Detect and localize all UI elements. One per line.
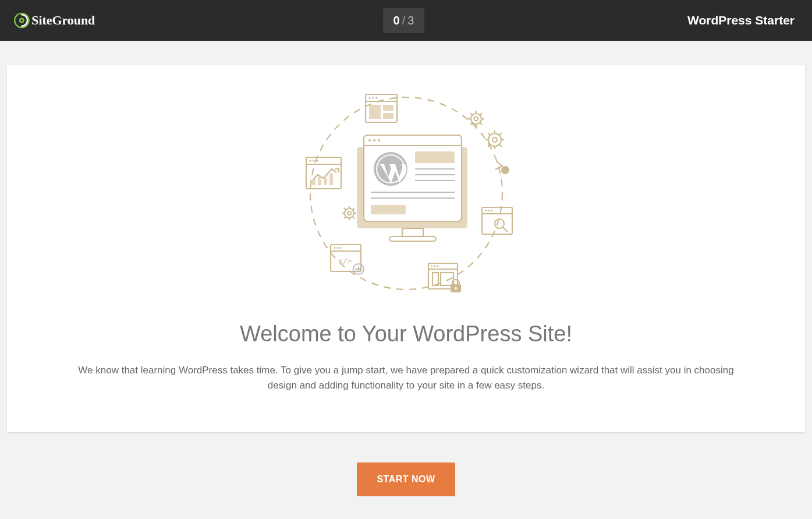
- svg-line-74: [353, 217, 354, 218]
- svg-point-7: [368, 97, 370, 98]
- svg-text:</>: </>: [338, 256, 352, 265]
- svg-rect-18: [312, 179, 315, 185]
- svg-point-42: [485, 210, 487, 211]
- svg-point-35: [437, 266, 438, 267]
- svg-rect-94: [389, 236, 436, 241]
- svg-line-56: [470, 123, 473, 125]
- svg-point-45: [495, 219, 504, 228]
- svg-rect-83: [415, 151, 455, 163]
- svg-point-80: [368, 139, 371, 142]
- step-separator: /: [401, 14, 407, 27]
- svg-point-33: [431, 266, 432, 267]
- svg-rect-36: [432, 273, 438, 285]
- welcome-card: .st { fill:none; stroke:#cbb991; stroke-…: [7, 65, 805, 432]
- svg-point-57: [488, 133, 501, 146]
- svg-point-68: [348, 211, 351, 215]
- svg-point-34: [434, 266, 435, 267]
- svg-line-55: [480, 113, 482, 115]
- svg-rect-11: [383, 105, 393, 111]
- wordpress-illustration-icon: .st { fill:none; stroke:#cbb991; stroke-…: [290, 83, 523, 304]
- svg-rect-89: [371, 205, 406, 214]
- brand-text: SiteGround: [31, 13, 95, 27]
- svg-rect-21: [329, 174, 333, 185]
- svg-point-47: [471, 114, 481, 124]
- page-title: Welcome to Your WordPress Site!: [48, 322, 764, 347]
- page-description: We know that learning WordPress takes ti…: [63, 363, 750, 393]
- svg-line-53: [470, 113, 473, 115]
- brand-logo: SiteGround: [9, 10, 120, 30]
- svg-rect-40: [482, 207, 512, 234]
- svg-line-73: [344, 208, 346, 210]
- svg-line-65: [499, 133, 502, 135]
- svg-point-44: [491, 210, 492, 211]
- start-now-button[interactable]: START NOW: [357, 462, 455, 496]
- svg-line-46: [503, 227, 508, 232]
- svg-point-9: [375, 97, 377, 98]
- svg-point-26: [339, 247, 341, 249]
- svg-rect-12: [383, 113, 393, 119]
- svg-line-75: [353, 208, 354, 210]
- svg-line-64: [499, 144, 502, 147]
- svg-point-4: [501, 166, 509, 174]
- actions-row: START NOW: [0, 462, 812, 496]
- svg-point-43: [488, 210, 490, 211]
- siteground-logo-icon: SiteGround: [9, 10, 120, 30]
- svg-point-82: [378, 139, 380, 142]
- svg-rect-20: [324, 178, 327, 185]
- svg-point-81: [373, 139, 375, 142]
- svg-line-63: [488, 133, 490, 135]
- svg-line-76: [344, 217, 346, 218]
- step-total: 3: [407, 14, 414, 27]
- svg-rect-19: [318, 176, 321, 185]
- svg-point-16: [313, 160, 314, 161]
- product-name: WordPress Starter: [687, 13, 795, 27]
- svg-rect-10: [369, 105, 381, 119]
- svg-point-24: [334, 247, 335, 249]
- svg-point-15: [309, 160, 311, 161]
- svg-rect-37: [441, 273, 453, 285]
- svg-point-67: [345, 209, 354, 218]
- svg-point-58: [492, 137, 497, 142]
- svg-point-2: [20, 19, 23, 22]
- svg-line-54: [480, 123, 482, 125]
- top-bar: SiteGround 0 / 3 WordPress Starter: [0, 0, 812, 41]
- svg-rect-93: [402, 228, 423, 236]
- svg-point-39: [455, 287, 457, 289]
- step-indicator: 0 / 3: [383, 8, 425, 33]
- svg-point-17: [316, 160, 318, 161]
- svg-point-8: [372, 97, 374, 98]
- step-current: 0: [393, 14, 400, 27]
- svg-point-48: [474, 117, 478, 121]
- svg-point-25: [336, 247, 338, 249]
